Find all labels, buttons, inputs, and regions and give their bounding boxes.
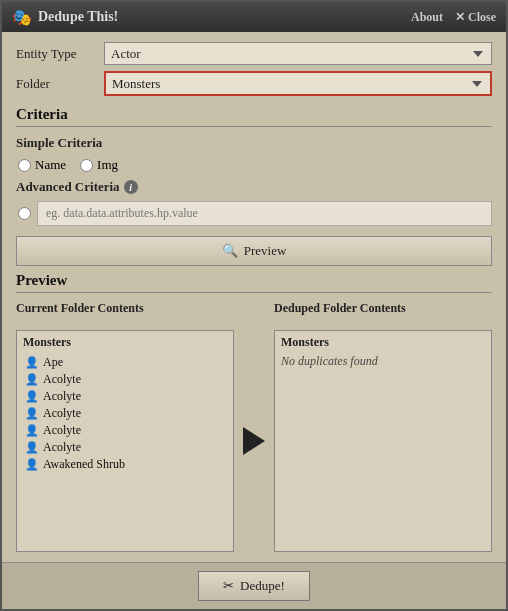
list-item: 👤 Awakened Shrub: [23, 456, 227, 473]
dedupe-button[interactable]: ✂ Dedupe!: [198, 571, 310, 601]
advanced-text-input[interactable]: [37, 201, 492, 226]
folder-select[interactable]: Monsters: [104, 71, 492, 96]
list-item: 👤 Acolyte: [23, 422, 227, 439]
person-icon-acolyte4: 👤: [25, 424, 39, 437]
name-radio[interactable]: [18, 159, 31, 172]
preview-left: Monsters 👤 Ape 👤 Acolyte 👤 Acolyte �: [16, 330, 234, 552]
person-icon-acolyte2: 👤: [25, 390, 39, 403]
about-link[interactable]: About: [411, 10, 443, 25]
close-icon: ✕: [455, 10, 465, 24]
scissors-icon: ✂: [223, 578, 234, 594]
arrow-column: [234, 330, 274, 552]
name-radio-label[interactable]: Name: [18, 157, 66, 173]
folder-row: Folder Monsters: [16, 71, 492, 96]
bottom-bar: ✂ Dedupe!: [2, 562, 506, 609]
advanced-input-row: [16, 201, 492, 226]
list-item: 👤 Ape: [23, 354, 227, 371]
advanced-radio[interactable]: [18, 207, 31, 220]
simple-criteria-title: Simple Criteria: [16, 135, 492, 151]
person-icon-acolyte5: 👤: [25, 441, 39, 454]
app-icon: 🎭: [12, 8, 32, 27]
deduped-folder-name: Monsters: [281, 335, 485, 350]
person-icon-acolyte3: 👤: [25, 407, 39, 420]
column-headers: Current Folder Contents Deduped Folder C…: [16, 301, 492, 320]
item-name-acolyte3: Acolyte: [43, 406, 81, 421]
person-icon-acolyte1: 👤: [25, 373, 39, 386]
current-folder-header: Current Folder Contents: [16, 301, 234, 316]
folder-label: Folder: [16, 76, 96, 92]
search-icon: 🔍: [222, 243, 238, 259]
preview-columns: Monsters 👤 Ape 👤 Acolyte 👤 Acolyte �: [16, 330, 492, 552]
item-name-acolyte4: Acolyte: [43, 423, 81, 438]
current-folder-box: Monsters 👤 Ape 👤 Acolyte 👤 Acolyte �: [16, 330, 234, 552]
preview-section-title: Preview: [16, 272, 492, 293]
list-item: 👤 Acolyte: [23, 405, 227, 422]
titlebar: 🎭 Dedupe This! About ✕ Close: [2, 2, 506, 32]
simple-criteria-row: Name Img: [16, 157, 492, 173]
person-icon-shrub: 👤: [25, 458, 39, 471]
img-radio[interactable]: [80, 159, 93, 172]
preview-button[interactable]: 🔍 Preview: [16, 236, 492, 266]
titlebar-left: 🎭 Dedupe This!: [12, 8, 118, 27]
name-radio-text: Name: [35, 157, 66, 173]
item-name-acolyte5: Acolyte: [43, 440, 81, 455]
entity-type-select[interactable]: Actor: [104, 42, 492, 65]
main-window: 🎭 Dedupe This! About ✕ Close Entity Type…: [0, 0, 508, 611]
item-name-acolyte1: Acolyte: [43, 372, 81, 387]
list-item: 👤 Acolyte: [23, 371, 227, 388]
advanced-criteria-label: Advanced Criteria i: [16, 179, 138, 195]
window-title: Dedupe This!: [38, 9, 118, 25]
item-name-shrub: Awakened Shrub: [43, 457, 125, 472]
deduped-folder-header: Deduped Folder Contents: [274, 301, 492, 316]
list-item: 👤 Acolyte: [23, 388, 227, 405]
right-arrow-icon: [243, 427, 265, 455]
close-link[interactable]: ✕ Close: [455, 10, 496, 25]
entity-type-row: Entity Type Actor: [16, 42, 492, 65]
criteria-section-title: Criteria: [16, 106, 492, 127]
no-duplicates-message: No duplicates found: [281, 354, 485, 369]
entity-type-label: Entity Type: [16, 46, 96, 62]
preview-right: Monsters No duplicates found: [274, 330, 492, 552]
deduped-folder-box: Monsters No duplicates found: [274, 330, 492, 552]
info-icon[interactable]: i: [124, 180, 138, 194]
main-content: Entity Type Actor Folder Monsters Criter…: [2, 32, 506, 562]
titlebar-right: About ✕ Close: [411, 10, 496, 25]
person-icon-ape: 👤: [25, 356, 39, 369]
current-folder-name: Monsters: [23, 335, 227, 350]
item-name-ape: Ape: [43, 355, 63, 370]
item-name-acolyte2: Acolyte: [43, 389, 81, 404]
list-item: 👤 Acolyte: [23, 439, 227, 456]
img-radio-text: Img: [97, 157, 118, 173]
advanced-criteria-row: Advanced Criteria i: [16, 179, 492, 195]
img-radio-label[interactable]: Img: [80, 157, 118, 173]
